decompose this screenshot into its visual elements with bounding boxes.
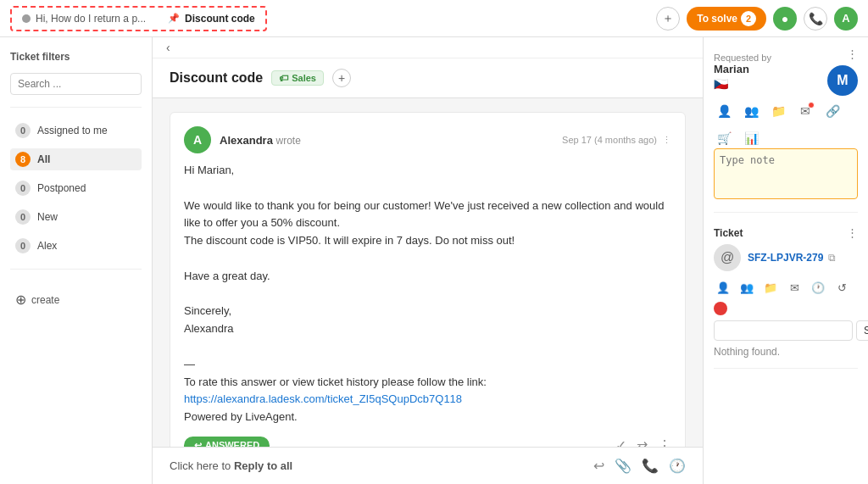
- reply-text[interactable]: Click here to Reply to all: [170, 459, 292, 472]
- create-button[interactable]: ⊕ create: [10, 288, 142, 311]
- body1: We would like to thank you for being our…: [184, 197, 671, 233]
- users-icon[interactable]: 👥: [741, 101, 761, 121]
- sidebar: Ticket filters 0 Assigned to me 8 All 0 …: [0, 37, 153, 484]
- sales-tag[interactable]: 🏷 Sales: [271, 70, 324, 86]
- reply-prefix: Click here to: [170, 459, 231, 472]
- body4: Sincerely,: [184, 303, 671, 320]
- sidebar-title: Ticket filters: [10, 51, 142, 63]
- add-tag-button[interactable]: +: [332, 69, 351, 87]
- sidebar-item-postponed[interactable]: 0 Postponed: [10, 177, 142, 199]
- requested-by-label: Requested by: [714, 53, 771, 63]
- message-header: A Alexandra wrote Sep 17 (4 months ago) …: [184, 126, 671, 153]
- greeting: Hi Marian,: [184, 162, 671, 180]
- ticket-section-label: Ticket: [714, 227, 743, 239]
- ticket-clock-icon[interactable]: 🕐: [809, 278, 827, 297]
- badge-new: 0: [15, 209, 31, 225]
- add-button[interactable]: ＋: [656, 7, 680, 31]
- topbar-actions: ＋ To solve 2 ● 📞 A: [656, 7, 858, 31]
- sidebar-item-new[interactable]: 0 New: [10, 206, 142, 228]
- tag-label: Sales: [292, 73, 316, 83]
- ticket-search-button[interactable]: Search: [856, 320, 868, 341]
- sidebar-search-input[interactable]: [10, 73, 142, 95]
- badge-postponed: 0: [15, 181, 31, 196]
- message-options-icon[interactable]: ⋮: [662, 135, 671, 146]
- label-all: All: [37, 153, 50, 165]
- ticket-group-icon[interactable]: 👥: [737, 278, 756, 297]
- more-options-icon[interactable]: ⋮: [658, 437, 671, 447]
- email-icon[interactable]: ✉: [795, 101, 815, 121]
- answered-label: ANSWERED: [205, 440, 259, 447]
- status-icon[interactable]: ●: [773, 7, 797, 31]
- separator: —: [184, 356, 671, 374]
- ticket-section: Ticket ⋮ @ SFZ-LPJVR-279 ⧉ 👤 👥 📁 ✉ 🕐 ↺: [714, 226, 858, 369]
- ticket-action-icons: 👤 👥 📁 ✉ 🕐 ↺: [714, 278, 858, 315]
- date-text: Sep 17 (4 months ago): [562, 135, 657, 145]
- shopping-icon[interactable]: 🛒: [714, 128, 734, 148]
- requester-avatar: M: [827, 65, 858, 96]
- ticket-avatar-icon: @: [714, 244, 741, 271]
- forward-icon[interactable]: ⇄: [637, 437, 648, 447]
- content-area: ‹ Discount code 🏷 Sales + A Alexandra wr…: [153, 37, 703, 484]
- body5: Alexandra: [184, 320, 671, 338]
- copy-icon[interactable]: ⧉: [828, 252, 836, 264]
- back-arrow-icon[interactable]: ‹: [166, 41, 170, 54]
- create-label: create: [31, 294, 59, 306]
- badge-alex: 0: [15, 238, 31, 253]
- note-textarea[interactable]: [714, 148, 858, 199]
- ticket-email-icon[interactable]: ✉: [785, 278, 804, 297]
- main-layout: Ticket filters 0 Assigned to me 8 All 0 …: [0, 37, 868, 484]
- ticket-color-dot[interactable]: [714, 302, 727, 315]
- topbar: Hi, How do I return a p... 📌 Discount co…: [0, 0, 868, 37]
- attach-icon[interactable]: 📎: [615, 458, 632, 474]
- tab-discount-code[interactable]: 📌 Discount code: [158, 8, 265, 30]
- footer-actions: ✓ ⇄ ⋮: [615, 437, 671, 447]
- phone-icon[interactable]: 📞: [804, 7, 827, 31]
- link-icon[interactable]: 🔗: [822, 101, 843, 121]
- label-assigned-to-me: Assigned to me: [37, 125, 108, 136]
- reply-bar: Click here to Reply to all ↩ 📎 📞 🕐: [153, 447, 703, 484]
- author-avatar: A: [184, 126, 211, 153]
- folder-icon[interactable]: 📁: [768, 101, 788, 121]
- reply-icon[interactable]: ↩: [593, 458, 604, 474]
- body3: Have a great day.: [184, 268, 671, 286]
- user-icon[interactable]: 👤: [714, 101, 734, 121]
- chart-icon[interactable]: 📊: [741, 128, 761, 148]
- notification-dot: [808, 102, 815, 108]
- sidebar-item-alex[interactable]: 0 Alex: [10, 235, 142, 257]
- ticket-id-row: SFZ-LPJVR-279 ⧉: [748, 252, 836, 264]
- more-options-right-icon[interactable]: ⋮: [847, 47, 858, 60]
- footer-text: To rate this answer or view ticket histo…: [184, 374, 671, 392]
- reply-actions: ↩ 📎 📞 🕐: [593, 458, 686, 474]
- tab-discount-label: Discount code: [185, 13, 255, 25]
- message-card: A Alexandra wrote Sep 17 (4 months ago) …: [170, 112, 686, 447]
- ticket-more-icon[interactable]: ⋮: [847, 226, 858, 239]
- sidebar-item-all[interactable]: 8 All: [10, 148, 142, 170]
- clock-icon[interactable]: 🕐: [669, 458, 686, 474]
- ticket-user-icon[interactable]: 👤: [714, 278, 732, 297]
- solve-button[interactable]: To solve 2: [687, 7, 766, 31]
- solve-count: 2: [741, 11, 756, 26]
- reply-action[interactable]: Reply to all: [234, 459, 292, 472]
- solve-label: To solve: [697, 13, 737, 25]
- ticket-search-input[interactable]: [714, 320, 853, 341]
- sidebar-item-assigned-to-me[interactable]: 0 Assigned to me: [10, 120, 142, 142]
- conversation-area: A Alexandra wrote Sep 17 (4 months ago) …: [153, 98, 703, 447]
- label-new: New: [37, 211, 58, 223]
- tab-return-query[interactable]: Hi, How do I return a p...: [12, 8, 156, 30]
- check-circle-icon[interactable]: ✓: [615, 437, 626, 447]
- requester-action-icons: 👤 👥 📁 ✉ 🔗 🛒 📊: [714, 101, 858, 148]
- message-date: Sep 17 (4 months ago) ⋮: [562, 135, 671, 146]
- ticket-header: Discount code 🏷 Sales +: [153, 58, 703, 98]
- tab-return-label: Hi, How do I return a p...: [36, 13, 146, 25]
- badge-assigned: 0: [15, 123, 31, 138]
- ticket-folder-icon[interactable]: 📁: [761, 278, 780, 297]
- author-wrote: wrote: [276, 135, 301, 147]
- ticket-refresh-icon[interactable]: ↺: [832, 278, 851, 297]
- label-alex: Alex: [37, 240, 57, 252]
- message-footer: ↩ ANSWERED ✓ ⇄ ⋮: [184, 437, 671, 447]
- call-icon[interactable]: 📞: [642, 458, 659, 474]
- ticket-title: Discount code: [170, 70, 263, 86]
- pin-icon: 📌: [168, 13, 180, 24]
- user-avatar[interactable]: A: [834, 7, 858, 31]
- ticket-link[interactable]: https://alexandra.ladesk.com/ticket_ZI5q…: [184, 392, 462, 405]
